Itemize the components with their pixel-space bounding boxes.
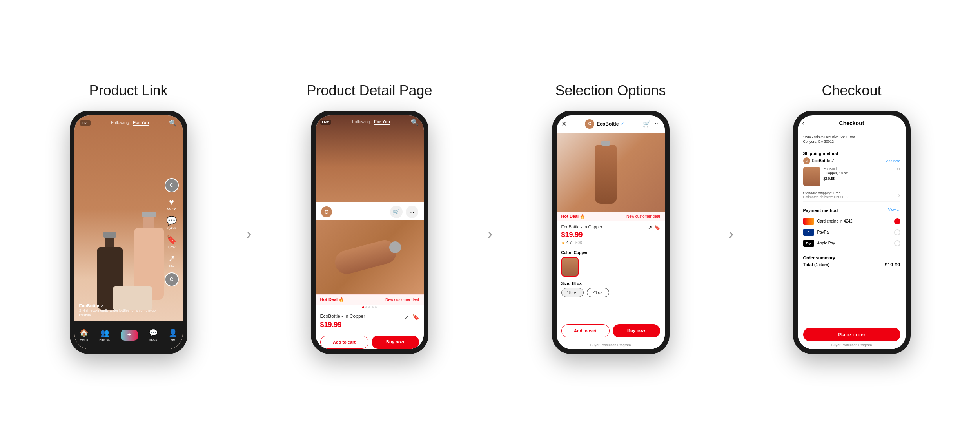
phone4-screen: ‹ Checkout 12345 Stinks Dee Blvd Apt 1 B…	[798, 115, 906, 349]
step-selection: Selection Options ✕ C EcoBottle ✓ 🛒	[506, 82, 715, 354]
p2-add-to-cart[interactable]: Add to cart	[320, 336, 368, 349]
nav-friends[interactable]: 👥 Friends	[99, 328, 110, 341]
p4-view-all[interactable]: View all	[888, 208, 900, 212]
p3-close-btn[interactable]: ✕	[561, 120, 566, 128]
p3-size-24oz[interactable]: 24 oz.	[587, 288, 609, 297]
p2-search-icon[interactable]: 🔍	[411, 119, 419, 126]
p2-cart-icon[interactable]: 🛒	[390, 206, 403, 218]
p1-nav: 🏠 Home 👥 Friends + 💬 Inbox	[74, 321, 183, 349]
friends-icon: 👥	[100, 328, 109, 337]
p3-shop-logo[interactable]: C	[585, 119, 594, 129]
p1-comments: 3,456	[167, 226, 176, 230]
p4-item-variant: - Copper, 18 oz.	[824, 171, 893, 176]
p2-tab-following[interactable]: Following	[352, 119, 370, 125]
p2-shop-logo[interactable]: C	[321, 206, 332, 217]
p1-tab-foryou[interactable]: For You	[133, 120, 149, 126]
p2-tab-foryou[interactable]: For You	[374, 119, 390, 125]
p4-shipping-chevron[interactable]	[898, 192, 900, 199]
p4-paypal-radio[interactable]	[894, 229, 900, 235]
p3-size-label: Size: 18 oz.	[561, 281, 660, 286]
p4-payment-apple[interactable]: Pay Apple Pay	[803, 238, 900, 249]
main-container: Product Link LIVE Following For You 🔍	[0, 0, 980, 436]
p1-share-block[interactable]: ↗ 682	[168, 254, 175, 268]
p3-spacer	[557, 299, 665, 321]
p3-share-icon[interactable]: ↗	[648, 225, 652, 230]
p4-shipping-info: Standard shipping: Free Estimated delive…	[803, 191, 849, 199]
p1-tab-following[interactable]: Following	[111, 120, 129, 126]
home-icon: 🏠	[80, 328, 88, 337]
bookmark-icon: 🔖	[166, 235, 177, 245]
p1-shop-avatar[interactable]: C	[165, 272, 179, 286]
p3-bottom-actions: Add to cart Buy now	[557, 321, 665, 341]
p4-payment-paypal[interactable]: P PayPal	[803, 227, 900, 238]
p1-bookmark-block[interactable]: 🔖 1,257	[166, 235, 177, 249]
bottle-light-neck	[143, 217, 155, 228]
p2-dots	[316, 305, 424, 310]
p1-desc: Stylish eco-friendly water bottles for a…	[79, 308, 163, 317]
nav-inbox[interactable]: 💬 Inbox	[149, 328, 158, 341]
heart-icon: ♥	[169, 197, 174, 207]
p3-bookmark-icon[interactable]: 🔖	[654, 225, 660, 230]
p4-payment-card[interactable]: Card ending in 4242	[803, 216, 900, 227]
p1-live-badge: LIVE	[80, 120, 91, 126]
dot-3	[368, 306, 370, 308]
p1-bottom-info: EcoBottle ✓ Stylish eco-friendly water b…	[79, 303, 163, 317]
search-icon[interactable]: 🔍	[169, 119, 177, 127]
nav-create[interactable]: +	[121, 330, 138, 341]
phone2: LIVE Following For You 🔍 C 🛒	[311, 111, 428, 354]
p1-likes: 99.1k	[167, 207, 176, 211]
p2-icon-bar: C 🛒 ···	[316, 202, 424, 220]
p2-tabs: Following For You	[352, 119, 390, 125]
dot-5	[375, 306, 377, 308]
p2-share-icon[interactable]: ↗	[405, 314, 409, 320]
step3-title: Selection Options	[555, 82, 666, 99]
p4-shipping-label: Standard shipping: Free	[803, 191, 849, 195]
p4-top-bar: ‹ Checkout	[798, 115, 906, 131]
nav-home[interactable]: 🏠 Home	[80, 328, 88, 341]
p2-buy-now[interactable]: Buy now	[372, 336, 419, 349]
p3-cart-icon[interactable]: 🛒	[643, 120, 651, 128]
p4-total-label: Total (1 item)	[803, 262, 830, 267]
p3-bottle-container	[583, 141, 638, 204]
p3-size-18oz[interactable]: 18 oz.	[561, 288, 584, 297]
phone1-bg: LIVE Following For You 🔍	[74, 115, 183, 349]
p2-hot-deal-bar: Hot Deal 🔥 New customer deal	[316, 294, 424, 305]
p1-like-block[interactable]: ♥ 99.1k	[167, 197, 176, 211]
p1-tabs: Following For You	[111, 120, 149, 126]
p4-apple-radio[interactable]	[894, 240, 900, 246]
p4-item-qty: x1	[897, 167, 900, 171]
p4-add-note[interactable]: Add note	[886, 159, 900, 163]
p3-verified-icon: ✓	[621, 122, 624, 126]
p3-rating-value: 4.7	[566, 241, 572, 245]
p1-comment-block[interactable]: 💬 3,456	[166, 216, 177, 230]
nav-me[interactable]: 👤 Me	[169, 328, 177, 341]
paypal-icon: P	[803, 229, 814, 236]
mastercard-icon	[803, 218, 814, 225]
p4-item-image	[803, 167, 820, 186]
p3-add-to-cart[interactable]: Add to cart	[561, 324, 610, 337]
p3-buy-now[interactable]: Buy now	[613, 324, 660, 337]
p4-place-order[interactable]: Place order	[803, 328, 900, 341]
p3-color-swatch-copper[interactable]	[561, 257, 579, 277]
p3-more-icon[interactable]: ···	[655, 120, 660, 128]
nav-friends-label: Friends	[99, 338, 110, 341]
p2-new-customer: New customer deal	[385, 297, 419, 302]
p4-back-btn[interactable]: ‹	[802, 119, 805, 127]
p3-action-icons: ↗ 🔖	[648, 225, 660, 230]
p2-name-row: EcoBottle - In Copper ↗ 🔖	[320, 314, 419, 321]
phone1-screen: LIVE Following For You 🔍	[74, 115, 183, 349]
nav-me-label: Me	[171, 338, 175, 341]
p4-total-price: $19.99	[885, 262, 900, 268]
p2-more-icon[interactable]: ···	[406, 206, 418, 218]
p3-top-bar: ✕ C EcoBottle ✓ 🛒 ···	[557, 115, 665, 133]
p2-bookmark-icon[interactable]: 🔖	[412, 314, 419, 320]
p4-card-radio[interactable]	[894, 218, 900, 224]
p1-avatar: C	[165, 178, 179, 192]
step-product-detail: Product Detail Page LIVE Following For Y…	[265, 82, 474, 354]
p4-shop-name: EcoBottle ✓	[812, 159, 834, 163]
p4-shop-info: C EcoBottle ✓	[803, 157, 834, 164]
p4-paypal-label: PayPal	[817, 230, 830, 234]
dot-2	[365, 306, 367, 308]
p4-buyer-protection: Buyer Protection Program	[798, 343, 906, 349]
p3-product-section: EcoBottle - In Copper ↗ 🔖 $19.99 ★ 4.7 ·…	[557, 221, 665, 248]
